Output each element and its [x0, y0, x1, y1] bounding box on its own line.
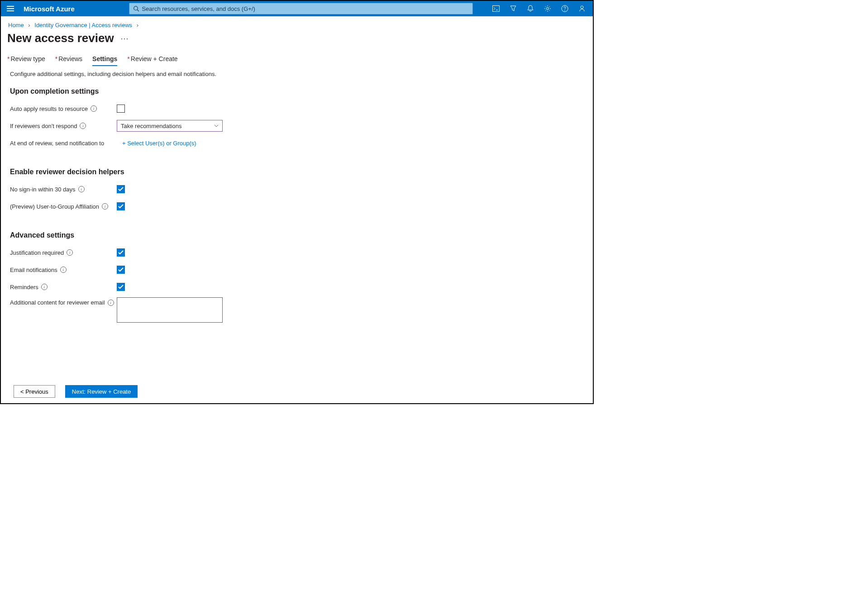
- tab-settings[interactable]: Settings: [92, 55, 117, 66]
- label-email-notifications: Email notifications: [10, 267, 57, 273]
- more-actions-icon[interactable]: ⋯: [120, 33, 129, 43]
- info-icon[interactable]: i: [60, 267, 67, 273]
- svg-rect-1: [7, 8, 14, 9]
- info-icon[interactable]: i: [67, 249, 73, 256]
- hamburger-icon: [7, 6, 14, 11]
- settings-content: Configure additional settings, including…: [1, 66, 593, 331]
- info-icon[interactable]: i: [91, 105, 97, 112]
- settings-description: Configure additional settings, including…: [10, 71, 584, 77]
- link-select-users[interactable]: + Select User(s) or Group(s): [122, 140, 196, 147]
- info-icon[interactable]: i: [80, 123, 86, 129]
- label-reminders: Reminders: [10, 284, 38, 291]
- chevron-down-icon: [214, 124, 219, 127]
- textarea-additional-content[interactable]: [117, 297, 223, 323]
- global-search[interactable]: [129, 3, 473, 14]
- svg-point-7: [547, 8, 549, 10]
- label-end-notify: At end of review, send notification to: [10, 140, 104, 147]
- breadcrumb-home[interactable]: Home: [8, 22, 24, 29]
- label-additional-content: Additional content for reviewer email: [10, 299, 105, 306]
- svg-point-3: [134, 6, 138, 10]
- checkbox-justification[interactable]: [117, 248, 125, 257]
- label-user-group-affiliation: (Preview) User-to-Group Affiliation: [10, 203, 99, 210]
- checkbox-email-notifications[interactable]: [117, 266, 125, 274]
- checkbox-reminders[interactable]: [117, 283, 125, 291]
- svg-line-4: [137, 10, 138, 11]
- chevron-right-icon: ›: [28, 22, 30, 29]
- info-icon[interactable]: i: [108, 300, 114, 306]
- page-title: New access review: [7, 31, 114, 45]
- svg-rect-0: [7, 6, 14, 7]
- brand-label: Microsoft Azure: [24, 5, 75, 13]
- svg-rect-2: [7, 10, 14, 11]
- breadcrumb: Home › Identity Governance | Access revi…: [1, 16, 593, 30]
- section-upon-completion: Upon completion settings: [10, 87, 584, 95]
- cloud-shell-icon[interactable]: [488, 1, 504, 16]
- label-no-signin: No sign-in within 30 days: [10, 186, 76, 193]
- previous-button[interactable]: < Previous: [14, 385, 55, 398]
- breadcrumb-identity-governance[interactable]: Identity Governance | Access reviews: [34, 22, 132, 29]
- notifications-icon[interactable]: [522, 1, 539, 16]
- checkbox-user-group-affiliation[interactable]: [117, 202, 125, 210]
- page-title-row: New access review ⋯: [1, 30, 593, 53]
- next-button[interactable]: Next: Review + Create: [65, 385, 138, 398]
- settings-icon[interactable]: [539, 1, 556, 16]
- section-decision-helpers: Enable reviewer decision helpers: [10, 168, 584, 176]
- svg-point-9: [564, 10, 565, 10]
- label-if-no-respond: If reviewers don't respond: [10, 123, 77, 129]
- label-justification: Justification required: [10, 249, 64, 256]
- chevron-right-icon: ›: [137, 22, 138, 29]
- info-icon[interactable]: i: [41, 284, 48, 290]
- feedback-icon[interactable]: [574, 1, 590, 16]
- tab-reviews[interactable]: Reviews: [55, 55, 82, 66]
- dropdown-if-no-respond[interactable]: Take recommendations: [117, 120, 223, 132]
- svg-rect-5: [493, 6, 500, 12]
- section-advanced: Advanced settings: [10, 231, 584, 239]
- checkbox-auto-apply[interactable]: [117, 105, 125, 113]
- help-icon[interactable]: [557, 1, 573, 16]
- info-icon[interactable]: i: [78, 186, 85, 192]
- info-icon[interactable]: i: [102, 203, 108, 210]
- dropdown-value: Take recommendations: [121, 123, 181, 129]
- directory-filter-icon[interactable]: [505, 1, 521, 16]
- search-icon: [133, 5, 139, 12]
- checkbox-no-signin[interactable]: [117, 185, 125, 193]
- wizard-footer: < Previous Next: Review + Create: [1, 381, 593, 403]
- svg-point-10: [581, 6, 583, 9]
- tab-review-create[interactable]: Review + Create: [127, 55, 177, 66]
- search-input[interactable]: [142, 5, 468, 12]
- top-bar: Microsoft Azure: [1, 1, 593, 16]
- label-auto-apply: Auto apply results to resource: [10, 105, 88, 112]
- top-icon-bar: [488, 1, 590, 16]
- tab-review-type[interactable]: Review type: [7, 55, 45, 66]
- menu-toggle[interactable]: [4, 2, 17, 15]
- wizard-tabs: Review type Reviews Settings Review + Cr…: [1, 53, 593, 66]
